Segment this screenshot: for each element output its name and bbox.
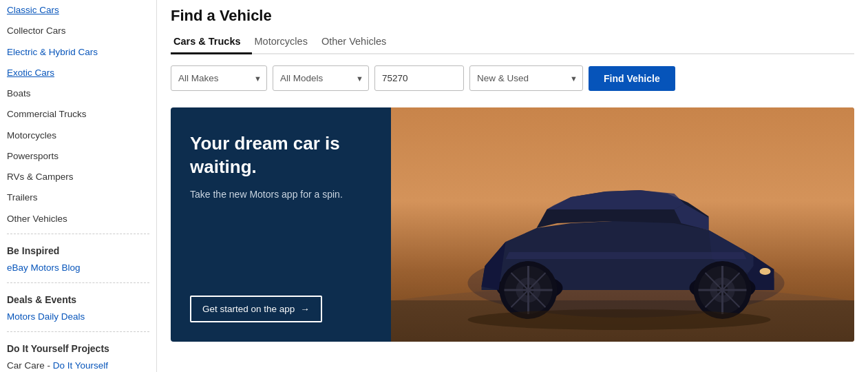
sidebar-divider-2 [7, 282, 149, 283]
find-vehicle-button[interactable]: Find Vehicle [589, 66, 675, 91]
sidebar-section-diy: Do It Yourself Projects [0, 336, 156, 355]
sidebar-item-powersports[interactable]: Powersports [0, 146, 156, 167]
sidebar-item-electric-hybrid[interactable]: Electric & Hybrid Cars [0, 42, 156, 63]
banner-right-image [391, 107, 854, 342]
banner-cta-arrow-icon: → [300, 304, 310, 314]
condition-select[interactable]: New & Used New Used Certified Pre-Owned [469, 65, 583, 91]
page-title-area: Find a Vehicle Cars & Trucks Motorcycles… [171, 0, 854, 107]
banner-cta-button[interactable]: Get started on the app → [190, 296, 322, 322]
vehicle-tabs: Cars & Trucks Motorcycles Other Vehicles [171, 30, 854, 54]
sidebar-item-other-vehicles[interactable]: Other Vehicles [0, 209, 156, 229]
car-illustration [391, 107, 854, 342]
sidebar-section-deals-events: Deals & Events [0, 287, 156, 307]
banner-subtitle: Take the new Motors app for a spin. [190, 187, 372, 202]
sidebar-item-motors-daily-deals[interactable]: Motors Daily Deals [0, 307, 156, 327]
models-select[interactable]: All Models [273, 65, 369, 91]
sidebar: Classic Cars Collector Cars Electric & H… [0, 0, 157, 372]
sidebar-item-collector-cars[interactable]: Collector Cars [0, 21, 156, 41]
condition-wrapper: New & Used New Used Certified Pre-Owned … [469, 65, 583, 91]
banner-text-area: Your dream car is waiting. Take the new … [190, 132, 372, 202]
sidebar-item-ebay-motors-blog[interactable]: eBay Motors Blog [0, 258, 156, 278]
main-content: Find a Vehicle Cars & Trucks Motorcycles… [157, 0, 868, 372]
banner-cta-label: Get started on the app [202, 304, 295, 314]
makes-wrapper: All Makes ▼ [171, 65, 267, 91]
banner-left-panel: Your dream car is waiting. Take the new … [171, 107, 391, 342]
banner-title: Your dream car is waiting. [190, 132, 372, 179]
sidebar-item-trailers[interactable]: Trailers [0, 187, 156, 208]
sidebar-item-motorcycles[interactable]: Motorcycles [0, 125, 156, 146]
sidebar-item-rvs-campers[interactable]: RVs & Campers [0, 167, 156, 187]
tab-motorcycles[interactable]: Motorcycles [252, 30, 319, 54]
svg-point-22 [760, 268, 771, 275]
sidebar-item-exotic-cars[interactable]: Exotic Cars [0, 63, 156, 83]
sidebar-item-diy-link[interactable]: Do It Yourself [53, 360, 108, 371]
sidebar-item-commercial-trucks[interactable]: Commercial Trucks [0, 104, 156, 125]
sidebar-item-classic-cars[interactable]: Classic Cars [0, 0, 156, 21]
sidebar-item-boats[interactable]: Boats [0, 83, 156, 104]
sidebar-item-car-care-diy[interactable]: Car Care - Do It Yourself [0, 355, 156, 372]
svg-point-23 [468, 309, 771, 330]
search-row: All Makes ▼ All Models ▼ New & Used New … [171, 65, 854, 91]
zip-input[interactable] [374, 65, 464, 91]
tab-other-vehicles[interactable]: Other Vehicles [319, 30, 397, 54]
sidebar-divider-1 [7, 234, 149, 234]
tab-cars-trucks[interactable]: Cars & Trucks [171, 30, 252, 54]
sidebar-section-be-inspired: Be Inspired [0, 238, 156, 258]
models-wrapper: All Models ▼ [273, 65, 369, 91]
makes-select[interactable]: All Makes [171, 65, 267, 91]
page-title: Find a Vehicle [171, 7, 854, 25]
promo-banner: Your dream car is waiting. Take the new … [171, 107, 854, 342]
sidebar-divider-3 [7, 331, 149, 332]
